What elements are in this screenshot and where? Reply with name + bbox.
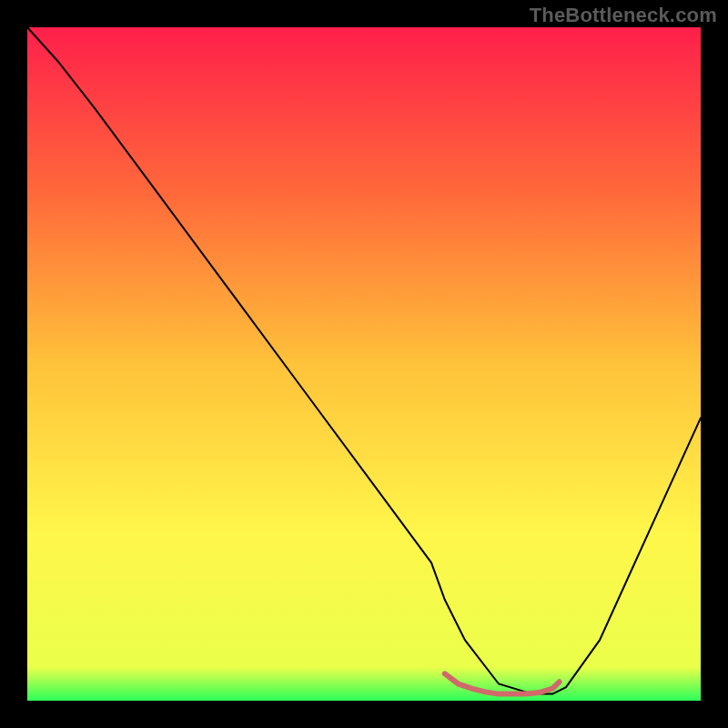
plot-background: [27, 27, 701, 701]
chart-frame: { "watermark": "TheBottleneck.com", "cha…: [0, 0, 728, 728]
watermark-text: TheBottleneck.com: [530, 4, 717, 27]
bottleneck-chart: [0, 0, 728, 728]
